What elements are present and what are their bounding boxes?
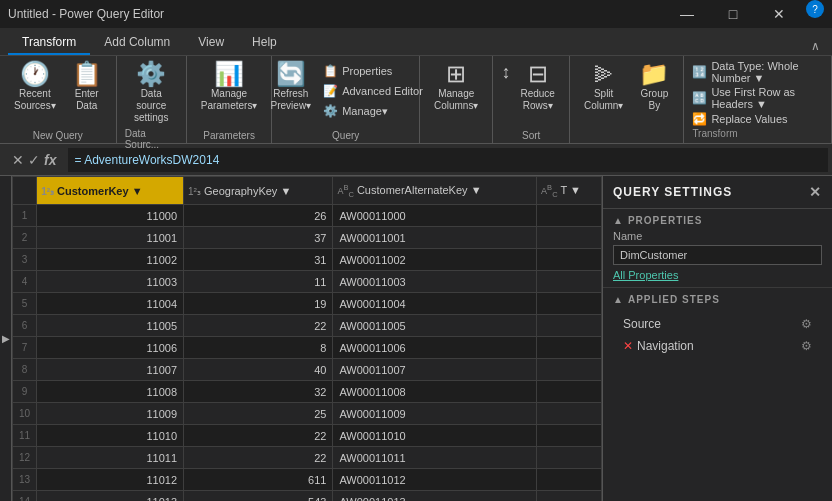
name-input[interactable]: [613, 245, 822, 265]
table-row: 1411013543AW00011013: [13, 491, 602, 502]
geographykey-cell: 31: [184, 249, 333, 271]
group-by-button[interactable]: 📁 GroupBy: [633, 60, 675, 114]
row-num-cell: 6: [13, 315, 37, 337]
ribbon-group-data-source: ⚙️ Data sourcesettings Data Sourc...: [117, 56, 187, 143]
properties-section: ▲ PROPERTIES Name All Properties: [603, 209, 832, 288]
all-properties-link[interactable]: All Properties: [613, 269, 678, 281]
step-navigation-error-icon: ✕: [623, 339, 633, 353]
ribbon-group-parameters: 📊 ManageParameters▾ Parameters: [187, 56, 273, 143]
formula-confirm-icon[interactable]: ✓: [28, 152, 40, 168]
table-wrapper[interactable]: 1²₃ CustomerKey ▼ 1²₃ GeographyKey ▼ ABC…: [12, 176, 602, 501]
split-column-button[interactable]: ⫸ SplitColumn▾: [578, 60, 629, 114]
t-cell: [537, 315, 602, 337]
customerkey-cell: 11002: [37, 249, 184, 271]
data-source-settings-button[interactable]: ⚙️ Data sourcesettings: [125, 60, 178, 126]
geographykey-cell: 32: [184, 381, 333, 403]
applied-steps-triangle-icon: ▲: [613, 294, 624, 305]
t-cell: [537, 293, 602, 315]
col-sort-icon-geographykey: ▼: [280, 185, 291, 197]
customeralternatekey-cell: AW00011003: [333, 271, 537, 293]
table-row: 11100026AW00011000: [13, 205, 602, 227]
geographykey-cell: 25: [184, 403, 333, 425]
tab-transform[interactable]: Transform: [8, 31, 90, 55]
customeralternatekey-cell: AW00011006: [333, 337, 537, 359]
tab-help[interactable]: Help: [238, 31, 291, 55]
advanced-editor-button[interactable]: 📝 Advanced Editor: [319, 82, 427, 100]
customeralternatekey-cell: AW00011008: [333, 381, 537, 403]
row-num-cell: 3: [13, 249, 37, 271]
applied-steps-title: ▲ APPLIED STEPS: [613, 294, 822, 305]
col-header-geographykey[interactable]: 1²₃ GeographyKey ▼: [184, 177, 333, 205]
customerkey-cell: 11004: [37, 293, 184, 315]
first-row-headers-button[interactable]: 🔠 Use First Row as Headers ▼: [692, 86, 823, 110]
customeralternatekey-cell: AW00011010: [333, 425, 537, 447]
refresh-preview-button[interactable]: 🔄 RefreshPreview▾: [265, 60, 318, 114]
step-navigation-left: ✕ Navigation: [623, 339, 694, 353]
geographykey-cell: 543: [184, 491, 333, 502]
properties-icon: 📋: [323, 64, 338, 78]
step-navigation[interactable]: ✕ Navigation ⚙: [613, 335, 822, 357]
col-header-t[interactable]: ABC T ▼: [537, 177, 602, 205]
minimize-button[interactable]: —: [664, 0, 710, 28]
step-source[interactable]: Source ⚙: [613, 313, 822, 335]
step-source-label: Source: [623, 317, 661, 331]
formula-input[interactable]: [68, 148, 828, 172]
ribbon-collapse-btn[interactable]: ∧: [811, 39, 820, 53]
table-row: 81100740AW00011007: [13, 359, 602, 381]
parameters-label: Parameters: [203, 128, 255, 141]
t-cell: [537, 227, 602, 249]
group-by-icon: 📁: [639, 62, 669, 86]
maximize-button[interactable]: □: [710, 0, 756, 28]
manage-columns-button[interactable]: ⊞ ManageColumns▾: [428, 60, 484, 114]
enter-data-button[interactable]: 📋 EnterData: [66, 60, 108, 114]
panel-header: QUERY SETTINGS ✕: [603, 176, 832, 209]
geographykey-cell: 22: [184, 425, 333, 447]
properties-button[interactable]: 📋 Properties: [319, 62, 427, 80]
formula-cancel-icon[interactable]: ✕: [12, 152, 24, 168]
step-navigation-gear-icon[interactable]: ⚙: [801, 339, 812, 353]
manage-parameters-button[interactable]: 📊 ManageParameters▾: [195, 60, 264, 114]
parameters-buttons: 📊 ManageParameters▾: [195, 60, 264, 128]
panel-title: QUERY SETTINGS: [613, 185, 732, 199]
data-type-button[interactable]: 🔢 Data Type: Whole Number ▼: [692, 60, 823, 84]
reduce-rows-button[interactable]: ⊟ ReduceRows▾: [514, 60, 560, 114]
table-row: 51100419AW00011004: [13, 293, 602, 315]
account-icon[interactable]: ?: [806, 0, 824, 18]
enter-data-icon: 📋: [72, 62, 102, 86]
manage-button[interactable]: ⚙️ Manage▾: [319, 102, 427, 120]
row-num-cell: 7: [13, 337, 37, 359]
sort-buttons: ↕ ⊟ ReduceRows▾: [501, 60, 560, 128]
row-num-cell: 4: [13, 271, 37, 293]
recent-sources-button[interactable]: 🕐 RecentSources▾: [8, 60, 62, 114]
step-source-left: Source: [623, 317, 661, 331]
formula-icons: ✕ ✓ fx: [4, 152, 64, 168]
formula-fx-icon[interactable]: fx: [44, 152, 56, 168]
customerkey-cell: 11001: [37, 227, 184, 249]
type-badge-customerkey: 1²₃: [41, 186, 54, 197]
left-sidebar-collapse[interactable]: ▶: [0, 176, 12, 501]
ribbon-group-split-group: ⫸ SplitColumn▾ 📁 GroupBy: [570, 56, 684, 143]
tab-view[interactable]: View: [184, 31, 238, 55]
row-num-cell: 8: [13, 359, 37, 381]
panel-close-button[interactable]: ✕: [809, 184, 822, 200]
t-cell: [537, 271, 602, 293]
applied-steps-section: ▲ APPLIED STEPS Source ⚙ ✕ Navigation ⚙: [603, 288, 832, 501]
replace-values-button[interactable]: 🔁 Replace Values: [692, 112, 823, 126]
ribbon: 🕐 RecentSources▾ 📋 EnterData New Query ⚙…: [0, 56, 832, 144]
geographykey-cell: 11: [184, 271, 333, 293]
t-cell: [537, 337, 602, 359]
table-row: 31100231AW00011002: [13, 249, 602, 271]
customerkey-cell: 11011: [37, 447, 184, 469]
table-row: 41100311AW00011003: [13, 271, 602, 293]
step-source-gear-icon[interactable]: ⚙: [801, 317, 812, 331]
col-header-customerkey[interactable]: 1²₃ CustomerKey ▼: [37, 177, 184, 205]
table-body: 11100026AW0001100021100137AW000110013110…: [13, 205, 602, 502]
customeralternatekey-cell: AW00011012: [333, 469, 537, 491]
ribbon-group-new-query: 🕐 RecentSources▾ 📋 EnterData New Query: [0, 56, 117, 143]
tab-add-column[interactable]: Add Column: [90, 31, 184, 55]
customerkey-cell: 11006: [37, 337, 184, 359]
close-button[interactable]: ✕: [756, 0, 802, 28]
customeralternatekey-cell: AW00011005: [333, 315, 537, 337]
col-header-customeralternatekey[interactable]: ABC CustomerAlternateKey ▼: [333, 177, 537, 205]
row-num-cell: 13: [13, 469, 37, 491]
